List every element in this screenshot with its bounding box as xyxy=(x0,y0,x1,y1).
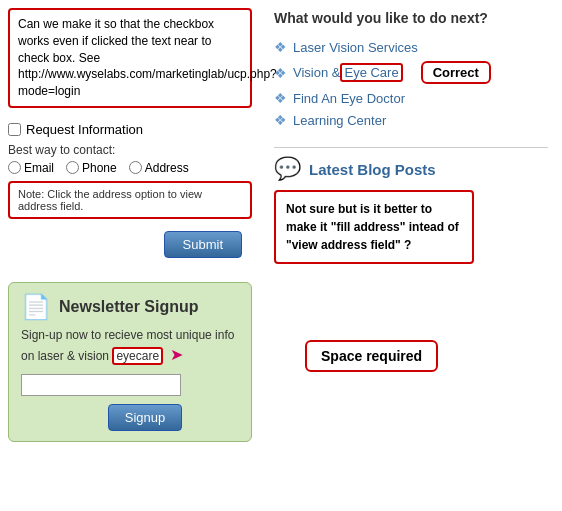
submit-button[interactable]: Submit xyxy=(164,231,242,258)
bullet-icon: ❖ xyxy=(274,39,287,55)
request-info-checkbox[interactable] xyxy=(8,123,21,136)
phone-label: Phone xyxy=(82,161,117,175)
email-label: Email xyxy=(24,161,54,175)
learning-center-link[interactable]: Learning Center xyxy=(293,113,386,128)
newsletter-section: 📄 Newsletter Signup Sign-up now to recie… xyxy=(8,282,252,442)
best-way-label: Best way to contact: xyxy=(8,143,252,157)
divider xyxy=(274,147,548,148)
nav-list: ❖ Laser Vision Services ❖ Vision & Eye C… xyxy=(274,36,548,131)
annotation-checkbox: Can we make it so that the checkbox work… xyxy=(8,8,252,108)
email-radio[interactable] xyxy=(8,161,21,174)
blog-title: Latest Blog Posts xyxy=(309,161,436,178)
blog-section: 💬 Latest Blog Posts Not sure but is it b… xyxy=(274,156,548,264)
newsletter-desc: Sign-up now to recieve most unique info … xyxy=(21,327,239,366)
list-item: ❖ Find An Eye Doctor xyxy=(274,87,548,109)
list-item: ❖ Learning Center xyxy=(274,109,548,131)
eye-care-highlight: Eye Care xyxy=(340,63,402,82)
request-info-label: Request Information xyxy=(26,122,143,137)
vision-eye-care-link[interactable]: Vision & Eye Care xyxy=(293,63,403,82)
blog-annotation: Not sure but is it better to make it "fi… xyxy=(274,190,474,264)
phone-radio[interactable] xyxy=(66,161,79,174)
find-eye-doctor-link[interactable]: Find An Eye Doctor xyxy=(293,91,405,106)
laser-vision-link[interactable]: Laser Vision Services xyxy=(293,40,418,55)
correct-bubble: Correct xyxy=(421,61,491,84)
note-text: Note: Click the address option to view a… xyxy=(18,188,202,212)
bullet-icon: ❖ xyxy=(274,112,287,128)
address-label: Address xyxy=(145,161,189,175)
bullet-icon: ❖ xyxy=(274,65,287,81)
right-panel-title: What would you like to do next? xyxy=(274,10,548,26)
newsletter-email-input[interactable] xyxy=(21,374,181,396)
list-item: ❖ Laser Vision Services xyxy=(274,36,548,58)
list-item: ❖ Vision & Eye Care Correct xyxy=(274,58,548,87)
newsletter-title: Newsletter Signup xyxy=(59,298,199,316)
newsletter-icon: 📄 xyxy=(21,293,51,321)
signup-button[interactable]: Signup xyxy=(108,404,182,431)
blog-icon: 💬 xyxy=(274,156,301,182)
address-radio[interactable] xyxy=(129,161,142,174)
eyecare-highlight: eyecare xyxy=(112,347,163,365)
bullet-icon: ❖ xyxy=(274,90,287,106)
space-required-annotation: Space required xyxy=(305,340,438,372)
note-box: Note: Click the address option to view a… xyxy=(8,181,252,219)
